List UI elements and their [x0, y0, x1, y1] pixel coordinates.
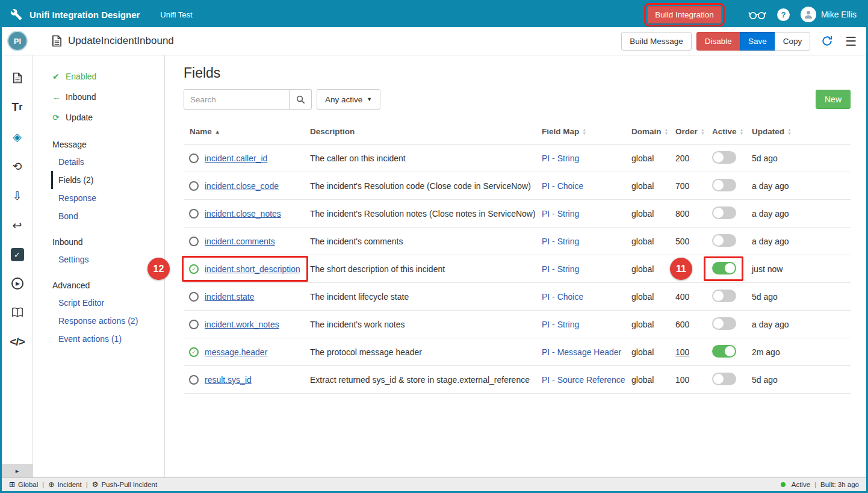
- field-order: 500: [675, 237, 712, 246]
- record-actions-group: Disable Save Copy: [696, 32, 810, 51]
- field-domain: global: [631, 375, 675, 385]
- field-map-link[interactable]: PI - String: [542, 209, 631, 219]
- active-toggle[interactable]: [712, 179, 736, 191]
- user-name[interactable]: Mike Ellis: [821, 10, 857, 19]
- nav-item-response-actions[interactable]: Response actions (2): [33, 312, 164, 330]
- field-name-link[interactable]: incident.close_code: [205, 181, 279, 191]
- nav-item-details[interactable]: Details: [33, 153, 164, 171]
- build-integration-button[interactable]: Build Integration: [647, 6, 722, 23]
- col-description[interactable]: Description: [310, 127, 542, 136]
- active-toggle[interactable]: [712, 290, 736, 302]
- active-toggle[interactable]: [712, 262, 736, 274]
- field-map-link[interactable]: PI - String: [542, 264, 631, 274]
- field-name-link[interactable]: incident.caller_id: [205, 153, 267, 163]
- nav-item-script-editor[interactable]: Script Editor: [33, 294, 164, 312]
- nav-inbound-direction[interactable]: ← Inbound: [33, 87, 164, 107]
- docs-book-icon[interactable]: [11, 306, 24, 319]
- table-row: incident.work_notes The incident's work …: [184, 311, 851, 338]
- col-order[interactable]: Order▲▼: [675, 127, 712, 136]
- col-field-map[interactable]: Field Map▲▼: [542, 127, 631, 136]
- field-name-link[interactable]: incident.comments: [205, 237, 275, 246]
- tasks-icon[interactable]: ✓: [11, 248, 24, 261]
- field-name-link[interactable]: message.header: [205, 347, 267, 357]
- nav-item-fields[interactable]: Fields (2): [51, 171, 164, 189]
- grid-icon: ⊞: [9, 480, 15, 489]
- nav-enabled[interactable]: ✔ Enabled: [33, 66, 164, 87]
- field-status-icon: ✓: [189, 347, 199, 357]
- name-cell: ✓ incident.short_description: [184, 264, 310, 274]
- search-button[interactable]: [290, 89, 312, 110]
- field-map-link[interactable]: PI - Choice: [542, 181, 631, 191]
- field-status-icon: [189, 181, 199, 191]
- col-updated[interactable]: Updated▲▼: [752, 127, 851, 136]
- nav-item-settings[interactable]: Settings: [33, 250, 164, 268]
- new-button[interactable]: New: [816, 90, 851, 109]
- user-avatar[interactable]: [801, 7, 816, 22]
- sort-icons: ▲▼: [740, 128, 744, 135]
- rail-expand-arrow[interactable]: ▸: [2, 464, 33, 477]
- table-segment[interactable]: ⊕ Incident: [48, 480, 81, 489]
- field-description: The caller on this incident: [310, 153, 542, 163]
- active-filter-dropdown[interactable]: Any active ▼: [317, 89, 380, 110]
- field-updated: a day ago: [752, 320, 851, 329]
- field-name-link[interactable]: incident.state: [205, 292, 255, 302]
- refresh-icon: ⟳: [52, 113, 66, 122]
- text-format-icon[interactable]: Tr: [11, 101, 24, 114]
- field-description: The short description of this incident: [310, 264, 542, 274]
- save-button[interactable]: Save: [740, 32, 775, 51]
- field-name-link[interactable]: result.sys_id: [205, 375, 252, 385]
- disable-button[interactable]: Disable: [696, 32, 740, 51]
- name-cell: incident.caller_id: [184, 153, 310, 163]
- field-map-link[interactable]: PI - Message Header: [542, 347, 631, 357]
- active-toggle[interactable]: [712, 206, 736, 219]
- active-toggle[interactable]: [712, 373, 736, 385]
- record-title: UpdateIncidentInbound: [68, 35, 174, 47]
- name-cell: incident.comments: [184, 237, 310, 246]
- preview-glasses-icon[interactable]: [748, 10, 766, 20]
- scope-segment[interactable]: ⊞ Global: [9, 480, 38, 489]
- active-toggle[interactable]: [712, 317, 736, 330]
- field-description: Extract returned sys_id & store in stage…: [310, 375, 542, 385]
- col-domain[interactable]: Domain▲▼: [631, 127, 675, 136]
- nav-section-inbound: Inbound: [33, 234, 164, 250]
- sort-icons: ▲▼: [787, 128, 792, 135]
- nav-inbound-label: Inbound: [66, 92, 96, 102]
- refresh-icon[interactable]: [821, 35, 833, 47]
- table-row: result.sys_id Extract returned sys_id & …: [184, 366, 851, 394]
- download-icon[interactable]: ⇩: [11, 189, 24, 202]
- run-icon[interactable]: ▶: [11, 278, 23, 290]
- col-name[interactable]: Name▲: [184, 127, 310, 136]
- copy-button[interactable]: Copy: [775, 32, 811, 51]
- active-toggle[interactable]: [712, 151, 736, 164]
- menu-icon[interactable]: ☰: [845, 35, 857, 48]
- nav-update[interactable]: ⟳ Update: [33, 107, 164, 128]
- code-icon[interactable]: </>: [11, 335, 24, 349]
- scope-label: Global: [18, 481, 38, 488]
- col-active[interactable]: Active▲▼: [712, 127, 752, 136]
- field-name-link[interactable]: incident.close_notes: [205, 209, 281, 219]
- name-cell: result.sys_id: [184, 375, 310, 385]
- nav-item-response[interactable]: Response: [33, 189, 164, 207]
- search-input[interactable]: [184, 89, 290, 110]
- active-toggle[interactable]: [712, 345, 736, 358]
- document-icon[interactable]: [11, 71, 24, 84]
- field-status-icon: [189, 292, 199, 302]
- field-map-link[interactable]: PI - String: [542, 153, 631, 163]
- field-name-link[interactable]: incident.work_notes: [205, 320, 279, 329]
- process-segment[interactable]: ⚙ Push-Pull Incident: [92, 480, 157, 489]
- undo-icon[interactable]: ↩: [11, 219, 24, 232]
- active-toggle[interactable]: [712, 234, 736, 247]
- field-map-link[interactable]: PI - String: [542, 320, 631, 329]
- table-body: incident.caller_id The caller on this in…: [184, 144, 851, 394]
- history-icon[interactable]: ⟲: [11, 160, 24, 173]
- nav-item-bond[interactable]: Bond: [33, 207, 164, 225]
- integration-diamond-icon[interactable]: ◈: [11, 130, 24, 143]
- field-map-link[interactable]: PI - Choice: [542, 292, 631, 302]
- field-map-link[interactable]: PI - Source Reference: [542, 375, 631, 385]
- help-icon[interactable]: ?: [777, 8, 790, 21]
- nav-item-event-actions[interactable]: Event actions (1): [33, 330, 164, 348]
- content: Tr ◈ ⟲ ⇩ ↩ ✓ ▶ </> ▸ ✔ Enabled ← Inbound: [2, 55, 866, 477]
- build-message-button[interactable]: Build Message: [621, 32, 692, 51]
- field-name-link[interactable]: incident.short_description: [205, 264, 300, 274]
- field-map-link[interactable]: PI - String: [542, 237, 631, 246]
